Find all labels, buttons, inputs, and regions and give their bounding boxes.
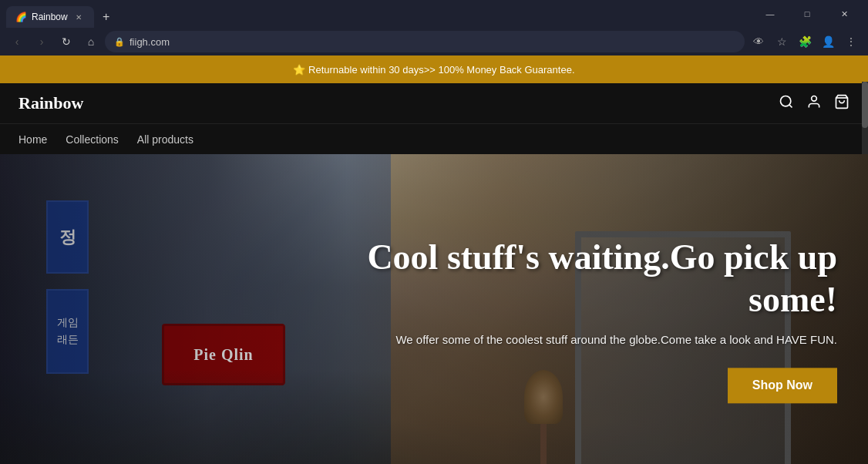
hero-section: 정 게임 래든 Pie Qlin Cool stuff's waiting	[0, 154, 868, 464]
website-content: ⭐ Returnable within 30 days>> 100% Money…	[0, 55, 868, 464]
announcement-bar: ⭐ Returnable within 30 days>> 100% Money…	[0, 55, 868, 83]
svg-point-2	[812, 96, 817, 101]
hero-content: Cool stuff's waiting.Go pick up some! We…	[304, 236, 868, 403]
nav-item-all-products[interactable]: All products	[137, 133, 193, 146]
forward-button[interactable]: ›	[31, 31, 52, 52]
tab-title: Rainbow	[32, 12, 68, 22]
url-text: fiigh.com	[130, 36, 170, 48]
menu-icon[interactable]: ⋮	[840, 31, 862, 52]
browser-actions: 👁 ☆ 🧩 👤 ⋮	[748, 31, 862, 52]
eye-icon[interactable]: 👁	[748, 31, 769, 52]
bookmark-icon[interactable]: ☆	[771, 31, 792, 52]
profile-icon[interactable]: 👤	[817, 31, 839, 52]
account-icon[interactable]	[806, 94, 822, 113]
browser-chrome: 🌈 Rainbow ✕ + — □ ✕ ‹ › ↻ ⌂ 🔒 fiigh.com …	[0, 0, 868, 55]
home-button[interactable]: ⌂	[80, 31, 102, 52]
search-icon[interactable]	[779, 94, 794, 113]
shop-now-button[interactable]: Shop Now	[728, 368, 837, 404]
svg-line-1	[789, 104, 792, 107]
url-input[interactable]: 🔒 fiigh.com	[105, 31, 745, 52]
header-icons	[779, 94, 849, 113]
lock-icon: 🔒	[114, 37, 125, 47]
new-tab-button[interactable]: +	[96, 6, 117, 28]
minimize-button[interactable]: —	[752, 0, 788, 28]
site-logo[interactable]: Rainbow	[19, 93, 83, 113]
site-header: Rainbow	[0, 83, 868, 123]
window-controls: — □ ✕	[752, 0, 862, 28]
back-button[interactable]: ‹	[6, 31, 28, 52]
refresh-button[interactable]: ↻	[56, 31, 77, 52]
scrollbar-thumb[interactable]	[862, 82, 868, 128]
nav-item-home[interactable]: Home	[19, 133, 47, 146]
hero-subtitle: We offer some of the coolest stuff aroun…	[304, 334, 837, 347]
tab-favicon: 🌈	[15, 12, 27, 22]
svg-point-0	[781, 96, 791, 106]
tab-close-button[interactable]: ✕	[72, 11, 85, 23]
site-navigation: Home Collections All products	[0, 123, 868, 154]
address-bar: ‹ › ↻ ⌂ 🔒 fiigh.com 👁 ☆ 🧩 👤 ⋮	[0, 28, 868, 55]
maximize-button[interactable]: □	[789, 0, 825, 28]
titlebar: 🌈 Rainbow ✕ + — □ ✕	[0, 0, 868, 28]
cart-icon[interactable]	[834, 94, 849, 113]
extensions-icon[interactable]: 🧩	[794, 31, 816, 52]
close-button[interactable]: ✕	[826, 0, 862, 28]
active-tab[interactable]: 🌈 Rainbow ✕	[6, 6, 94, 28]
hero-title: Cool stuff's waiting.Go pick up some!	[304, 236, 837, 321]
nav-item-collections[interactable]: Collections	[66, 133, 118, 146]
announcement-text: ⭐ Returnable within 30 days>> 100% Money…	[293, 64, 574, 76]
